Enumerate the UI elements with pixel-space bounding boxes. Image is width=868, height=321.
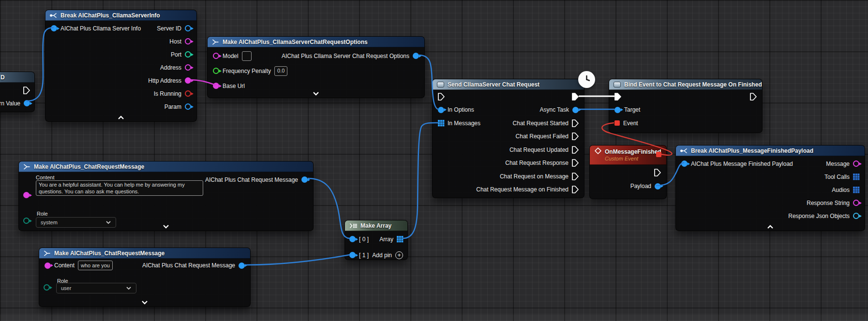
chat-request-failed-pin[interactable] bbox=[572, 132, 579, 140]
node-header[interactable]: Break AIChatPlus_CllamaServerInfo bbox=[45, 10, 196, 21]
bottom-edge-strip bbox=[0, 315, 868, 321]
node-make-message-user[interactable]: Make AIChatPlus_ChatRequestMessage Conte… bbox=[39, 248, 251, 307]
exec-in-pin[interactable] bbox=[614, 93, 621, 101]
address-pin[interactable] bbox=[185, 64, 191, 71]
node-send-chat-request[interactable]: Send CllamaServer Chat Request In Option… bbox=[432, 79, 584, 198]
model-input[interactable] bbox=[242, 51, 252, 61]
role-pin[interactable] bbox=[44, 284, 50, 291]
chat-request-updated-pin[interactable] bbox=[572, 146, 579, 154]
message-output-pin[interactable] bbox=[301, 176, 308, 183]
array-output-pin[interactable] bbox=[397, 236, 403, 242]
frequency-penalty-input[interactable]: 0.0 bbox=[274, 66, 287, 76]
chat-request-message-on-finished-pin[interactable] bbox=[572, 186, 579, 193]
function-icon bbox=[614, 82, 621, 88]
content-input[interactable]: You are a helpful assistant. You can hel… bbox=[36, 180, 203, 196]
add-pin-icon[interactable]: + bbox=[395, 251, 403, 259]
chat-request-started-pin[interactable] bbox=[572, 119, 579, 127]
options-output-pin[interactable] bbox=[413, 53, 419, 59]
node-header[interactable]: Make Array bbox=[345, 220, 407, 231]
delegate-output-pin[interactable] bbox=[656, 152, 661, 157]
exec-out-pin[interactable] bbox=[750, 93, 757, 101]
function-icon bbox=[437, 82, 444, 88]
event-delegate-pin[interactable] bbox=[614, 120, 620, 126]
role-dropdown[interactable]: system bbox=[36, 217, 116, 228]
collapse-chevron-icon[interactable] bbox=[766, 224, 774, 230]
content-label: Content bbox=[36, 175, 55, 180]
struct-input-row: AIChat Plus Message Finished Payload bbox=[681, 157, 793, 170]
collapse-chevron-icon[interactable] bbox=[117, 115, 125, 121]
response-json-objects-pin[interactable] bbox=[853, 213, 859, 219]
add-pin-row[interactable]: Add pin + bbox=[372, 247, 403, 263]
struct-input-label: AIChat Plus Cllama Server Info bbox=[60, 25, 141, 32]
chat-request-updated-row: Chat Request Updated bbox=[509, 143, 579, 157]
param-pin[interactable] bbox=[185, 103, 191, 110]
in-options-pin[interactable] bbox=[438, 107, 444, 113]
message-pin[interactable] bbox=[853, 160, 859, 167]
array-element-1-pin[interactable] bbox=[349, 252, 356, 258]
output-label: Response String bbox=[807, 200, 850, 206]
content-pin[interactable] bbox=[23, 192, 30, 198]
target-pin[interactable] bbox=[614, 107, 621, 113]
role-pin[interactable] bbox=[23, 218, 30, 224]
server-id-pin[interactable] bbox=[185, 25, 191, 31]
expand-chevron-icon[interactable] bbox=[141, 300, 149, 306]
exec-out-row bbox=[23, 84, 30, 97]
struct-input-pin[interactable] bbox=[51, 25, 57, 31]
node-title: Make AIChatPlus_ChatRequestMessage bbox=[54, 250, 165, 257]
node-custom-event-onmessagefinished[interactable]: OnMessageFinished Custom Event Payload bbox=[589, 145, 667, 199]
output-label: Param bbox=[165, 103, 181, 110]
exec-out-row bbox=[750, 90, 757, 103]
async-task-label: Async Task bbox=[540, 106, 569, 113]
node-make-array[interactable]: Make Array [ 0 ] [ 1 ] Array Add bbox=[344, 220, 408, 260]
array-element-0-pin[interactable] bbox=[349, 236, 356, 242]
node-break-message-finished-payload[interactable]: Break AIChatPlus_MessageFinishedPayload … bbox=[675, 145, 865, 231]
output-label: Tool Calls bbox=[824, 174, 850, 180]
node-left-partial[interactable]: D urn Value bbox=[0, 72, 35, 112]
response-string-pin[interactable] bbox=[853, 200, 859, 206]
async-task-pin[interactable] bbox=[572, 107, 579, 113]
exec-out-pin[interactable] bbox=[654, 169, 661, 176]
expand-chevron-icon[interactable] bbox=[312, 91, 320, 97]
return-value-row: urn Value bbox=[0, 97, 30, 110]
exec-in-pin[interactable] bbox=[438, 93, 445, 101]
node-header[interactable]: Make AIChatPlus_ChatRequestMessage bbox=[39, 248, 250, 259]
in-messages-array-pin[interactable] bbox=[438, 120, 444, 126]
content-input[interactable]: who are you bbox=[78, 261, 113, 270]
base-url-pin[interactable] bbox=[213, 83, 219, 89]
node-header[interactable]: Send CllamaServer Chat Request bbox=[433, 79, 584, 90]
node-make-message-system[interactable]: Make AIChatPlus_ChatRequestMessage Conte… bbox=[18, 161, 314, 231]
content-pin[interactable] bbox=[45, 263, 51, 269]
exec-out-pin[interactable] bbox=[23, 87, 30, 94]
host-pin[interactable] bbox=[185, 38, 191, 44]
node-header[interactable]: D bbox=[0, 72, 34, 83]
tool-calls-array-pin[interactable] bbox=[853, 174, 859, 180]
node-make-options[interactable]: Make AIChatPlus_CllamaServerChatRequestO… bbox=[207, 36, 425, 98]
wire-system-message-to-element-0[interactable] bbox=[308, 178, 350, 238]
frequency-penalty-pin[interactable] bbox=[213, 68, 219, 74]
http-address-pin[interactable] bbox=[185, 77, 191, 84]
port-pin[interactable] bbox=[185, 51, 191, 58]
node-bind-event[interactable]: Bind Event to Chat Request Message On Fi… bbox=[609, 79, 763, 133]
message-output-pin[interactable] bbox=[239, 263, 245, 269]
blueprint-graph-canvas[interactable]: D urn Value Break AIChatPlus_CllamaServe… bbox=[0, 0, 868, 321]
array-output-row: Array bbox=[379, 231, 403, 247]
node-break-server-info[interactable]: Break AIChatPlus_CllamaServerInfo AIChat… bbox=[45, 10, 197, 122]
node-header[interactable]: Bind Event to Chat Request Message On Fi… bbox=[609, 79, 762, 90]
role-dropdown[interactable]: user bbox=[56, 283, 136, 293]
node-header[interactable]: OnMessageFinished Custom Event bbox=[590, 146, 666, 165]
chat-request-on-message-pin[interactable] bbox=[572, 173, 579, 180]
is-running-pin[interactable] bbox=[185, 90, 191, 97]
frequency-penalty-row: Frequency Penalty 0.0 bbox=[213, 63, 287, 78]
audios-array-pin[interactable] bbox=[853, 187, 859, 193]
expand-chevron-icon[interactable] bbox=[162, 224, 170, 230]
model-pin[interactable] bbox=[213, 53, 219, 59]
output-label: Chat Request Message on Finished bbox=[476, 186, 569, 193]
node-header[interactable]: Make AIChatPlus_ChatRequestMessage bbox=[19, 161, 313, 172]
wire-user-message-to-element-1[interactable] bbox=[245, 255, 350, 265]
exec-out-pin[interactable] bbox=[572, 93, 579, 101]
chat-request-response-pin[interactable] bbox=[572, 159, 579, 167]
node-header[interactable]: Break AIChatPlus_MessageFinishedPayload bbox=[676, 146, 865, 156]
output-row: Port bbox=[171, 48, 191, 61]
payload-input-label: AIChat Plus Message Finished Payload bbox=[691, 160, 793, 167]
node-header[interactable]: Make AIChatPlus_CllamaServerChatRequestO… bbox=[208, 37, 424, 47]
